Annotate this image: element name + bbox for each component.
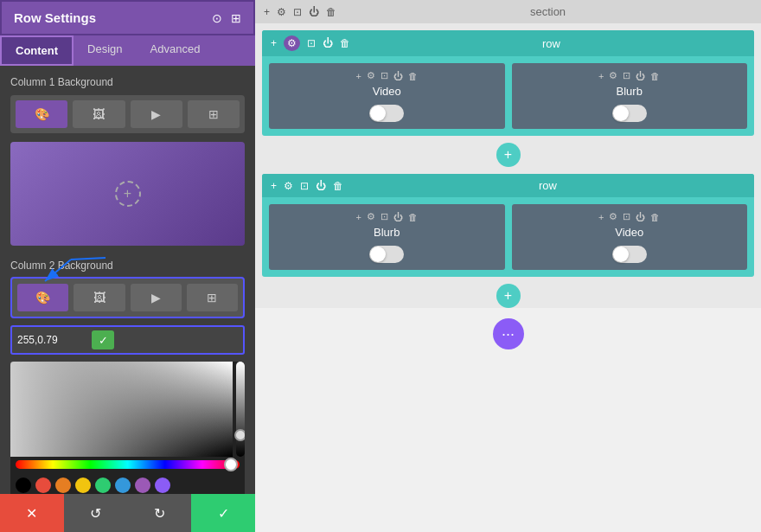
row1-settings-icon[interactable]: ⚙ <box>284 35 300 51</box>
hue-handle[interactable] <box>224 458 238 471</box>
swatch-violet[interactable] <box>155 478 170 493</box>
module-blurb-1-name: Blurb <box>617 85 643 98</box>
add-row-btn-2[interactable]: + <box>496 284 521 308</box>
add-row-btn-1[interactable]: + <box>496 143 521 167</box>
col2-bg-image-btn[interactable]: 🖼 <box>74 284 125 311</box>
module-b1-add-icon[interactable]: + <box>598 71 604 81</box>
row-2-toolbar: + ⚙ ⊡ ⏻ 🗑 row <box>262 174 754 197</box>
panel-fullscreen-icon[interactable]: ⊞ <box>231 11 241 25</box>
module-blurb-1: + ⚙ ⊡ ⏻ 🗑 Blurb <box>512 63 748 129</box>
bottom-toolbar: ✕ ↺ ↻ ✓ <box>0 494 255 532</box>
module-v2-delete-icon[interactable]: 🗑 <box>650 212 660 222</box>
builder-area: + ⚙ ⊡ ⏻ 🗑 section + ⚙ ⊡ ⏻ 🗑 row <box>255 0 761 532</box>
tab-design[interactable]: Design <box>74 35 136 66</box>
tab-advanced[interactable]: Advanced <box>137 35 214 66</box>
col1-bg-color-btn[interactable]: 🎨 <box>16 100 67 128</box>
color-swatches <box>10 472 245 494</box>
section-add-icon[interactable]: + <box>264 6 270 18</box>
section-settings-icon[interactable]: ⚙ <box>277 6 286 18</box>
swatch-green[interactable] <box>95 478 111 493</box>
col1-add-color-btn[interactable]: + <box>115 181 141 207</box>
row2-settings-icon[interactable]: ⚙ <box>284 180 293 192</box>
col2-color-confirm-btn[interactable]: ✓ <box>92 330 114 349</box>
module-video-2-toggle[interactable] <box>612 246 647 263</box>
col1-bg-slider-btn[interactable]: ⊞ <box>188 100 240 128</box>
module-b1-settings-icon[interactable]: ⚙ <box>609 70 617 81</box>
module-b2-add-icon[interactable]: + <box>356 212 361 222</box>
swatch-yellow[interactable] <box>75 478 91 493</box>
module-video-1-toggle[interactable] <box>369 105 404 122</box>
tab-content[interactable]: Content <box>0 35 74 66</box>
module-blurb-2-name: Blurb <box>374 226 400 239</box>
col2-bg-label: Column 2 Background <box>10 260 245 272</box>
module-video-1: + ⚙ ⊡ ⏻ 🗑 Video <box>269 63 505 129</box>
module-v2-copy-icon[interactable]: ⊡ <box>623 211 630 222</box>
col1-bg-type-row: 🎨 🖼 ▶ ⊞ <box>10 95 245 133</box>
cancel-button[interactable]: ✕ <box>0 494 64 532</box>
swatch-orange[interactable] <box>55 478 71 493</box>
module-v1-power-icon[interactable]: ⏻ <box>393 71 403 81</box>
row1-add-icon[interactable]: + <box>271 37 277 49</box>
module-v2-add-icon[interactable]: + <box>598 212 604 222</box>
module-b2-delete-icon[interactable]: 🗑 <box>408 212 418 222</box>
row-2-modules: + ⚙ ⊡ ⏻ 🗑 Blurb + ⚙ <box>262 197 754 277</box>
module-b2-power-icon[interactable]: ⏻ <box>393 212 403 222</box>
row1-power-icon[interactable]: ⏻ <box>323 37 333 49</box>
row1-copy-icon[interactable]: ⊡ <box>307 37 316 49</box>
opacity-handle[interactable] <box>234 429 245 441</box>
module-v2-power-icon[interactable]: ⏻ <box>636 212 645 222</box>
row2-add-icon[interactable]: + <box>271 180 277 192</box>
module-b1-delete-icon[interactable]: 🗑 <box>650 71 660 81</box>
save-button[interactable]: ✓ <box>191 494 255 532</box>
module-b1-copy-icon[interactable]: ⊡ <box>623 70 630 81</box>
undo-button[interactable]: ↺ <box>64 494 128 532</box>
swatch-purple[interactable] <box>135 478 150 493</box>
module-v1-copy-icon[interactable]: ⊡ <box>380 70 388 81</box>
picker-gradient-area <box>10 362 245 457</box>
row-1-modules: + ⚙ ⊡ ⏻ 🗑 Video + ⚙ <box>262 56 754 136</box>
col2-bg-color-btn[interactable]: 🎨 <box>17 284 68 311</box>
col2-color-value-input[interactable] <box>17 334 86 346</box>
panel-sync-icon[interactable]: ⊙ <box>212 11 222 25</box>
row2-copy-icon[interactable]: ⊡ <box>300 180 309 192</box>
col2-color-input-row: ✓ <box>10 325 245 355</box>
row1-delete-icon[interactable]: 🗑 <box>340 37 350 49</box>
redo-button[interactable]: ↻ <box>128 494 192 532</box>
col1-bg-image-btn[interactable]: 🖼 <box>73 100 125 128</box>
picker-opacity-bar[interactable] <box>236 362 245 457</box>
swatch-blue[interactable] <box>115 478 131 493</box>
module-b2-copy-icon[interactable]: ⊡ <box>380 211 388 222</box>
module-v1-add-icon[interactable]: + <box>356 71 361 81</box>
module-b1-power-icon[interactable]: ⏻ <box>636 71 645 81</box>
module-b2-settings-icon[interactable]: ⚙ <box>367 211 375 222</box>
module-video-2: + ⚙ ⊡ ⏻ 🗑 Video <box>512 204 748 270</box>
module-video-2-toolbar: + ⚙ ⊡ ⏻ 🗑 <box>519 211 741 222</box>
hue-bar[interactable] <box>16 460 240 469</box>
module-blurb-2: + ⚙ ⊡ ⏻ 🗑 Blurb <box>269 204 505 270</box>
module-v1-delete-icon[interactable]: 🗑 <box>408 71 418 81</box>
col1-bg-video-btn[interactable]: ▶ <box>131 100 182 128</box>
settings-panel: Row Settings ⊙ ⊞ Content Design Advanced… <box>0 0 255 532</box>
panel-header: Row Settings ⊙ ⊞ <box>0 0 255 35</box>
swatch-red[interactable] <box>35 478 51 493</box>
picker-gradient-box[interactable] <box>10 362 233 457</box>
section-power-icon[interactable]: ⏻ <box>309 6 319 18</box>
swatch-black[interactable] <box>16 478 31 493</box>
hue-bar-row <box>10 457 245 472</box>
col2-bg-slider-btn[interactable]: ⊞ <box>187 284 238 311</box>
section-copy-icon[interactable]: ⊡ <box>293 6 302 18</box>
module-blurb-2-toolbar: + ⚙ ⊡ ⏻ 🗑 <box>276 211 498 222</box>
module-v1-settings-icon[interactable]: ⚙ <box>367 70 375 81</box>
module-video-1-name: Video <box>373 85 401 98</box>
col2-bg-video-btn[interactable]: ▶ <box>131 284 182 311</box>
module-blurb-1-toggle[interactable] <box>612 105 647 122</box>
add-section-btn[interactable]: ··· <box>493 318 524 349</box>
row-block-2: + ⚙ ⊡ ⏻ 🗑 row + ⚙ ⊡ ⏻ 🗑 <box>262 174 754 277</box>
row2-power-icon[interactable]: ⏻ <box>316 180 326 192</box>
module-blurb-2-toggle[interactable] <box>369 246 404 263</box>
settings-tabs: Content Design Advanced <box>0 35 255 66</box>
row2-delete-icon[interactable]: 🗑 <box>333 180 343 192</box>
panel-title: Row Settings <box>14 10 96 25</box>
module-v2-settings-icon[interactable]: ⚙ <box>609 211 617 222</box>
section-delete-icon[interactable]: 🗑 <box>326 6 336 18</box>
